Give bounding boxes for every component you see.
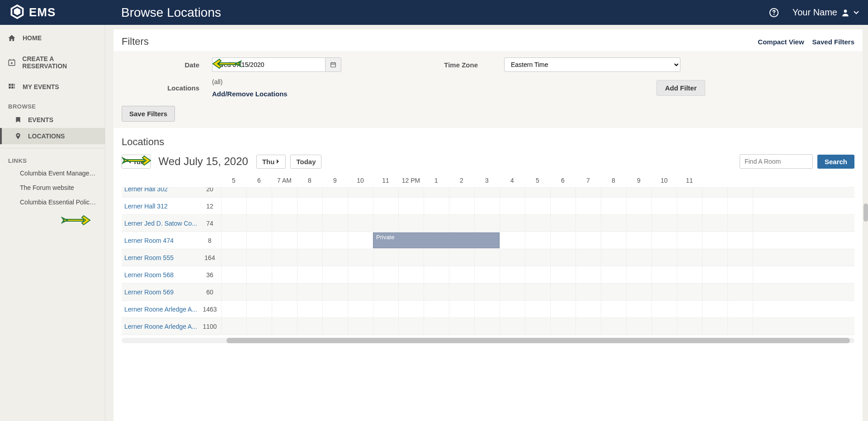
room-row: Lerner Hall 30220 — [122, 188, 854, 198]
sidebar: HOME CREATE A RESERVATION MY EVENTS BROW… — [0, 25, 105, 421]
room-timeline[interactable]: Private — [221, 232, 854, 249]
sidebar-item-label: MY EVENTS — [23, 83, 59, 90]
sidebar-item-locations[interactable]: LOCATIONS — [0, 128, 105, 144]
room-timeline[interactable] — [221, 284, 854, 300]
locations-toolbar: Tue Wed July 15, 2020 Thu Today Search — [122, 154, 854, 169]
room-name-link[interactable]: Lerner Room 474 — [122, 237, 198, 244]
room-name-link[interactable]: Lerner Hall 302 — [122, 188, 198, 193]
svg-rect-4 — [9, 84, 11, 86]
room-name-link[interactable]: Lerner Room 568 — [122, 271, 198, 279]
compact-view-link[interactable]: Compact View — [758, 38, 804, 46]
room-name-link[interactable]: Lerner Room 569 — [122, 289, 198, 296]
room-timeline[interactable] — [221, 198, 854, 214]
room-name-link[interactable]: Lerner Roone Arledge A... — [122, 323, 198, 330]
hour-label: 3 — [474, 177, 500, 184]
hour-label: 5 — [525, 177, 550, 184]
room-row: Lerner Hall 31212 — [122, 198, 854, 215]
hour-label: 7 AM — [272, 177, 297, 184]
sidebar-section-browse: BROWSE — [0, 98, 105, 112]
filters-header: Filters Compact View Saved Filters — [113, 29, 863, 51]
room-capacity: 164 — [198, 254, 221, 261]
search-button[interactable]: Search — [817, 155, 854, 169]
hour-label: 11 — [373, 177, 398, 184]
annotation-arrow-sidebar — [61, 215, 91, 227]
prev-day-button[interactable]: Tue — [122, 155, 151, 169]
vertical-scrollbar-thumb[interactable] — [863, 203, 868, 222]
svg-point-2 — [844, 9, 847, 13]
svg-rect-5 — [9, 86, 11, 89]
today-button[interactable]: Today — [290, 155, 321, 169]
sidebar-item-label: HOME — [23, 34, 42, 42]
chevron-left-icon — [127, 159, 131, 164]
date-label: Date — [122, 61, 212, 69]
room-row: Lerner Room 56836 — [122, 266, 854, 284]
sidebar-item-home[interactable]: HOME — [0, 27, 105, 49]
timezone-label: Time Zone — [423, 61, 491, 69]
timezone-select[interactable]: Eastern Time — [504, 57, 680, 72]
hour-label: 12 PM — [398, 177, 424, 184]
sidebar-item-my-events[interactable]: MY EVENTS — [0, 76, 105, 98]
sidebar-item-create-reservation[interactable]: CREATE A RESERVATION — [0, 49, 105, 76]
filters-body: Date Time Zone Eastern Time — [113, 51, 863, 128]
hour-label: 6 — [550, 177, 576, 184]
save-filters-button[interactable]: Save Filters — [122, 106, 175, 122]
room-timeline[interactable] — [221, 215, 854, 232]
filters-title: Filters — [122, 36, 149, 47]
room-name-link[interactable]: Lerner Roone Arledge A... — [122, 306, 198, 313]
help-icon[interactable] — [769, 8, 779, 18]
grid-body[interactable]: Lerner Hall 30220Lerner Hall 31212Lerner… — [122, 188, 854, 335]
sidebar-item-events[interactable]: EVENTS — [0, 112, 105, 128]
hour-label: 4 — [500, 177, 525, 184]
find-room-input[interactable] — [740, 154, 813, 169]
saved-filters-link[interactable]: Saved Filters — [812, 38, 854, 46]
room-capacity: 1463 — [198, 306, 221, 313]
user-menu[interactable]: Your Name — [793, 7, 859, 18]
current-date: Wed July 15, 2020 — [159, 155, 248, 168]
room-name-link[interactable]: Lerner Jed D. Satow Co... — [122, 220, 198, 227]
room-capacity: 36 — [198, 271, 221, 279]
sidebar-link-cem[interactable]: Columbia Event Management ... — [0, 166, 105, 180]
hour-label: 7 — [576, 177, 601, 184]
sidebar-link-forum[interactable]: The Forum website — [0, 180, 105, 195]
date-input[interactable] — [212, 57, 325, 72]
hour-label: 9 — [322, 177, 348, 184]
room-name-link[interactable]: Lerner Hall 312 — [122, 203, 198, 210]
room-timeline[interactable] — [221, 318, 854, 335]
hour-label: 8 — [297, 177, 322, 184]
next-day-button[interactable]: Thu — [256, 155, 286, 169]
hour-label: 2 — [449, 177, 474, 184]
bookmark-icon — [14, 116, 22, 123]
room-timeline[interactable] — [221, 188, 854, 197]
hour-label: 11 — [677, 177, 702, 184]
room-row: Lerner Roone Arledge A...1100 — [122, 318, 854, 335]
sidebar-link-policies[interactable]: Columbia Essential Policies — [0, 195, 105, 209]
horizontal-scrollbar[interactable] — [122, 338, 854, 343]
svg-rect-7 — [11, 86, 14, 89]
calendar-icon — [330, 61, 336, 68]
svg-rect-10 — [331, 63, 336, 67]
content: Filters Compact View Saved Filters Date — [105, 25, 868, 421]
calendar-button[interactable] — [325, 57, 341, 72]
add-remove-locations-link[interactable]: Add/Remove Locations — [212, 90, 288, 98]
chevron-right-icon — [276, 159, 280, 164]
hour-label: 1 — [424, 177, 449, 184]
room-row: Lerner Roone Arledge A...1463 — [122, 301, 854, 318]
room-timeline[interactable] — [221, 266, 854, 283]
scrollbar-thumb[interactable] — [226, 338, 850, 343]
page-title: Browse Locations — [121, 5, 221, 20]
room-timeline[interactable] — [221, 301, 854, 317]
grid-icon — [7, 82, 16, 91]
add-filter-button[interactable]: Add Filter — [656, 80, 705, 96]
room-capacity: 12 — [198, 203, 221, 210]
chevron-down-icon — [854, 10, 859, 15]
svg-point-1 — [773, 14, 774, 14]
calendar-plus-icon — [7, 58, 16, 67]
room-capacity: 74 — [198, 220, 221, 227]
hour-label: 9 — [626, 177, 651, 184]
logo[interactable]: EMS — [9, 4, 113, 22]
room-row: Lerner Jed D. Satow Co...74 — [122, 215, 854, 232]
room-name-link[interactable]: Lerner Room 555 — [122, 254, 198, 261]
sidebar-item-label: LOCATIONS — [28, 132, 65, 140]
event-block[interactable]: Private — [373, 232, 500, 248]
room-timeline[interactable] — [221, 249, 854, 266]
